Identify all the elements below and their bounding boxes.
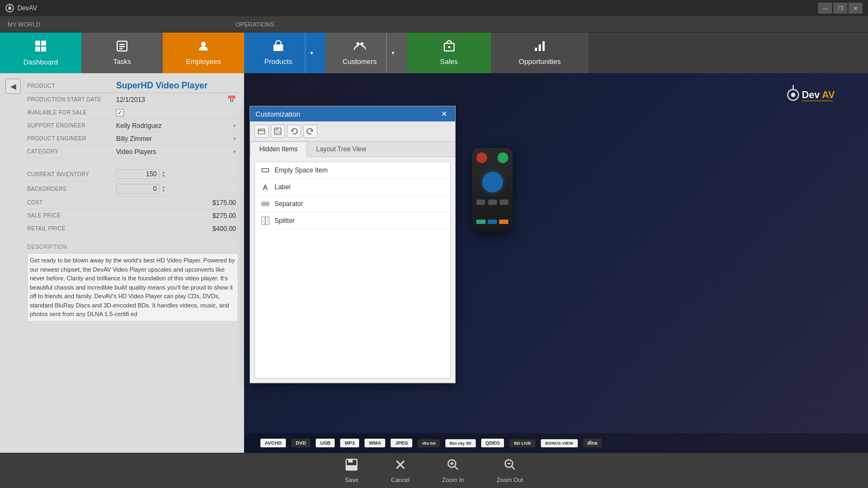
inventory-value: ▲ ▼ [114,169,238,179]
backorders-field: ▲ ▼ [116,184,236,194]
inventory-input[interactable] [116,169,159,179]
titlebar: DevAV — ❐ ✕ [0,0,868,16]
description-label: DESCRIPTION [27,241,238,251]
module-employees-label: Employees [186,57,221,66]
remote-color-btn-3 [499,220,508,224]
folder-open-icon [258,127,265,135]
module-customers[interactable]: Customers ▾ [326,33,407,73]
remote-red-btn [476,152,487,163]
restore-button[interactable]: ❐ [833,3,847,14]
back-button[interactable]: ◀ [5,79,21,94]
calendar-icon[interactable]: 📅 [227,95,236,104]
module-opportunities-label: Opportunities [519,57,560,66]
nav-bar: MY WORLD OPERATIONS [0,16,868,33]
svg-rect-19 [542,41,545,51]
dialog-tabs: Hidden Items Layout Tree View [250,142,455,157]
cancel-label: Cancel [391,477,410,483]
save-label: Save [345,477,359,483]
production-date-label: PRODUCTION START DATE [27,97,114,102]
backorders-row: BACKORDERS ▲ ▼ [27,182,238,196]
available-value [114,108,238,117]
svg-marker-37 [267,220,268,221]
dialog-close-button[interactable]: ✕ [439,110,450,118]
products-content: Products [252,40,305,66]
tab-hidden-items[interactable]: Hidden Items [250,142,307,157]
svg-marker-36 [263,220,264,221]
module-tasks[interactable]: Tasks [81,33,163,73]
description-text: Get ready to be blown away by the world'… [27,253,238,322]
module-opportunities[interactable]: Opportunities [491,33,589,73]
backorders-up[interactable]: ▲ [162,185,165,189]
customers-icon [354,40,366,55]
svg-rect-28 [276,128,278,130]
svg-point-16 [448,46,450,48]
sale-price-label: SALE PRICE [27,213,114,219]
support-engineer-value: Kelly Rodriguez ▾ [114,121,238,130]
svg-line-44 [455,466,458,470]
splitter-label: Splitter [275,217,295,224]
redo-icon [307,127,314,135]
inventory-spinners: ▲ ▼ [162,170,165,178]
sales-icon [443,40,455,55]
svg-point-13 [356,42,360,46]
module-tasks-label: Tasks [113,57,131,66]
backorders-value: ▲ ▼ [114,183,238,194]
brand-avchd: AVCHD [260,439,286,447]
toolbar-save-button[interactable] [271,125,285,138]
remote-bottom-btns [476,220,508,224]
app-title: DevAV [17,4,818,12]
toolbar-redo-button[interactable] [303,125,317,138]
minimize-button[interactable]: — [818,3,832,14]
toolbar-open-button[interactable] [254,125,269,138]
dialog-content: Empty Space Item A Label Separator Split… [254,162,451,378]
svg-rect-4 [41,41,46,46]
zoom-out-button[interactable]: Zoom Out [491,456,528,485]
hidden-item-splitter[interactable]: Splitter [255,213,450,229]
brand-bdlive: BD LIVE [509,439,535,447]
toolbar-undo-button[interactable] [287,125,301,138]
zoom-in-button[interactable]: Zoom In [437,456,469,485]
module-sales[interactable]: Sales [407,33,491,73]
remote-color-btn-2 [488,220,497,224]
inventory-down[interactable]: ▼ [162,174,165,178]
svg-rect-18 [539,44,541,51]
save-button[interactable]: Save [340,456,364,485]
close-button[interactable]: ✕ [848,3,863,14]
available-checkbox[interactable] [116,109,124,117]
hero-footer: AVCHD DVD USB MP3 WMA JPEG dts-hd Blu-ra… [244,433,868,453]
backorders-input[interactable] [116,184,159,194]
brand-jpeg: JPEG [391,439,412,447]
hidden-item-empty-space[interactable]: Empty Space Item [255,162,450,179]
cancel-button[interactable]: Cancel [386,456,415,485]
backorders-down[interactable]: ▼ [162,189,165,192]
inventory-field: ▲ ▼ [116,169,236,179]
hidden-item-separator[interactable]: Separator [255,196,450,213]
zoom-out-label: Zoom Out [496,477,523,483]
module-sales-label: Sales [440,57,458,66]
products-dropdown-arrow[interactable]: ▾ [305,33,318,73]
main-content: ◀ PRODUCT SuperHD Video Player PRODUCTIO… [0,73,868,453]
product-engineer-arrow-icon: ▾ [233,136,236,142]
module-employees[interactable]: Employees [163,33,244,73]
support-engineer-arrow-icon: ▾ [233,123,236,129]
module-products[interactable]: Products ▾ [244,33,326,73]
product-label: PRODUCT [27,83,114,89]
module-dashboard[interactable]: Dashboard [0,33,81,73]
remote-control [472,148,513,232]
customers-content: Customers [333,40,386,66]
hidden-item-label[interactable]: A Label [255,179,450,196]
sale-price-value: $275.00 [114,211,238,220]
brand-dlna: dlna [583,439,602,447]
customers-dropdown-arrow[interactable]: ▾ [386,33,399,73]
tab-layout-tree[interactable]: Layout Tree View [307,142,376,157]
svg-rect-40 [347,465,356,470]
tasks-icon [116,40,128,55]
remote-dpad [482,172,503,192]
label-item-label: Label [275,183,290,191]
svg-rect-31 [263,169,268,171]
inventory-up[interactable]: ▲ [162,170,165,174]
category-dropdown[interactable]: Video Players ▾ [116,148,236,156]
remote-green-btn [497,152,508,163]
support-engineer-dropdown[interactable]: Kelly Rodriguez ▾ [116,122,236,130]
product-engineer-dropdown[interactable]: Billy Zimmer ▾ [116,135,236,143]
